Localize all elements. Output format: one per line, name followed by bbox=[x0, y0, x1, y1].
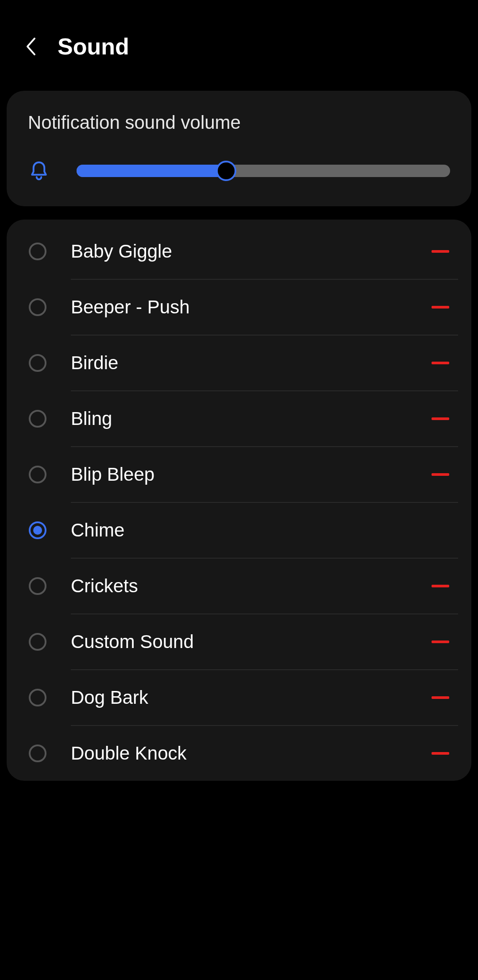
sound-item[interactable]: Double Knock bbox=[7, 726, 471, 781]
volume-slider[interactable] bbox=[77, 165, 450, 177]
radio-button[interactable] bbox=[29, 521, 46, 539]
sound-list: Baby GiggleBeeper - PushBirdieBlingBlip … bbox=[7, 220, 471, 781]
sound-label: Beeper - Push bbox=[71, 297, 432, 318]
remove-icon[interactable] bbox=[432, 752, 449, 755]
remove-icon[interactable] bbox=[432, 306, 449, 309]
sound-label: Custom Sound bbox=[71, 631, 432, 652]
page-title: Sound bbox=[58, 33, 129, 60]
sound-item[interactable]: Blip Bleep bbox=[7, 447, 471, 502]
radio-button[interactable] bbox=[29, 410, 46, 428]
remove-icon[interactable] bbox=[432, 362, 449, 364]
radio-button[interactable] bbox=[29, 577, 46, 595]
radio-button[interactable] bbox=[29, 689, 46, 706]
remove-icon[interactable] bbox=[432, 250, 449, 253]
volume-label: Notification sound volume bbox=[28, 112, 450, 133]
sound-label: Crickets bbox=[71, 575, 432, 597]
sound-label: Dog Bark bbox=[71, 687, 432, 708]
sound-item[interactable]: Beeper - Push bbox=[7, 280, 471, 335]
sound-label: Blip Bleep bbox=[71, 464, 432, 485]
sound-item[interactable]: Birdie bbox=[7, 336, 471, 390]
slider-fill bbox=[77, 165, 226, 177]
back-icon[interactable] bbox=[22, 38, 40, 55]
sound-label: Bling bbox=[71, 408, 432, 429]
sound-item[interactable]: Bling bbox=[7, 391, 471, 446]
sound-label: Double Knock bbox=[71, 743, 432, 764]
sound-label: Baby Giggle bbox=[71, 241, 432, 262]
radio-button[interactable] bbox=[29, 298, 46, 316]
remove-icon[interactable] bbox=[432, 585, 449, 587]
remove-icon[interactable] bbox=[432, 417, 449, 420]
remove-icon[interactable] bbox=[432, 640, 449, 643]
volume-card: Notification sound volume bbox=[7, 91, 471, 206]
radio-button[interactable] bbox=[29, 745, 46, 762]
bell-icon bbox=[28, 160, 50, 182]
radio-button[interactable] bbox=[29, 466, 46, 483]
remove-icon[interactable] bbox=[432, 696, 449, 699]
radio-button[interactable] bbox=[29, 243, 46, 260]
sound-label: Chime bbox=[71, 520, 454, 541]
radio-dot bbox=[33, 526, 42, 535]
remove-icon[interactable] bbox=[432, 473, 449, 476]
sound-item[interactable]: Baby Giggle bbox=[7, 224, 471, 279]
radio-button[interactable] bbox=[29, 633, 46, 651]
sound-item[interactable]: Dog Bark bbox=[7, 670, 471, 725]
sound-item[interactable]: Chime bbox=[7, 503, 471, 558]
volume-row bbox=[28, 160, 450, 182]
slider-thumb[interactable] bbox=[216, 161, 236, 181]
sound-item[interactable]: Crickets bbox=[7, 559, 471, 613]
header: Sound bbox=[0, 0, 478, 86]
sound-item[interactable]: Custom Sound bbox=[7, 614, 471, 669]
sound-label: Birdie bbox=[71, 352, 432, 374]
radio-button[interactable] bbox=[29, 354, 46, 372]
